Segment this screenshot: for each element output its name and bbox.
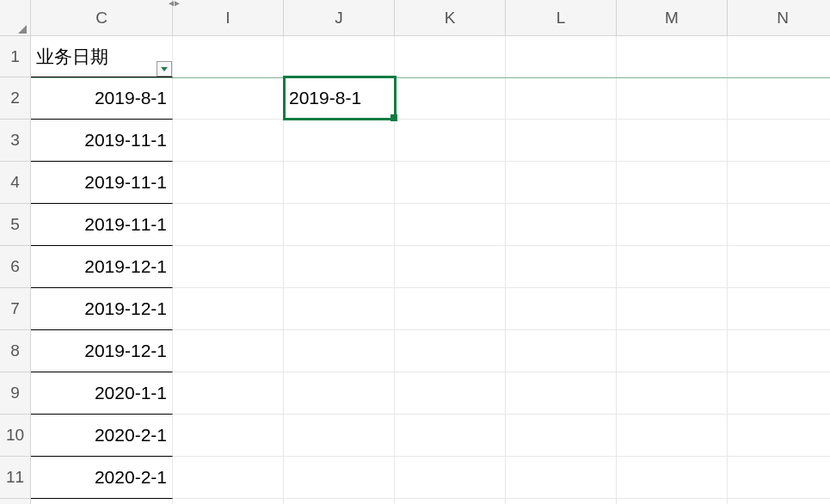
cell-n11[interactable] [728,457,830,499]
cell-m9[interactable] [617,372,728,415]
cell-m6[interactable] [617,246,728,288]
row-header-5[interactable]: 5 [0,204,31,246]
row-header-11[interactable]: 11 [0,457,31,499]
cell-m7[interactable] [617,288,728,330]
cell-j8[interactable] [284,330,395,372]
cell-i7[interactable] [173,288,284,330]
cell-k4[interactable] [395,162,506,204]
cell-c3[interactable]: 2019-11-1 [31,120,173,162]
filter-dropdown-icon[interactable] [157,61,172,77]
cell-n6[interactable] [728,246,830,288]
cell-j2[interactable]: 2019-8-1 [284,77,395,120]
cell-c10[interactable]: 2020-2-1 [31,415,173,457]
row-header-2[interactable]: 2 [0,77,31,120]
cell-m12[interactable] [617,499,728,504]
cell-k9[interactable] [395,372,506,415]
cell-m5[interactable] [617,204,728,246]
col-header-k[interactable]: K [395,0,506,36]
col-header-l[interactable]: L [506,0,617,36]
col-header-j[interactable]: J [284,0,395,36]
cell-i10[interactable] [173,415,284,457]
cell-c5[interactable]: 2019-11-1 [31,204,173,246]
col-header-i[interactable]: ◄► I [173,0,284,36]
row-header-9[interactable]: 9 [0,372,31,415]
cell-i6[interactable] [173,246,284,288]
cell-k8[interactable] [395,330,506,372]
cell-n1[interactable] [728,36,830,77]
cell-j6[interactable] [284,246,395,288]
cell-m4[interactable] [617,162,728,204]
cell-j10[interactable] [284,415,395,457]
cell-l10[interactable] [506,415,617,457]
cell-m11[interactable] [617,457,728,499]
row-header-10[interactable]: 10 [0,415,31,457]
cell-m1[interactable] [617,36,728,77]
cell-l8[interactable] [506,330,617,372]
row-header-8[interactable]: 8 [0,330,31,372]
cell-c12[interactable]: 2020-3-1 [31,499,173,504]
cell-i5[interactable] [173,204,284,246]
row-header-12[interactable]: 12 [0,499,31,504]
cell-n2[interactable] [728,77,830,120]
cell-n10[interactable] [728,415,830,457]
cell-k10[interactable] [395,415,506,457]
cell-k1[interactable] [395,36,506,77]
cell-c8[interactable]: 2019-12-1 [31,330,173,372]
cell-j11[interactable] [284,457,395,499]
cell-k2[interactable] [395,77,506,120]
cell-j5[interactable] [284,204,395,246]
cell-i12[interactable] [173,499,284,504]
cell-j3[interactable] [284,120,395,162]
col-header-c[interactable]: C [31,0,173,36]
cell-m3[interactable] [617,120,728,162]
cell-l3[interactable] [506,120,617,162]
cell-i9[interactable] [173,372,284,415]
cell-l7[interactable] [506,288,617,330]
cell-m10[interactable] [617,415,728,457]
cell-j9[interactable] [284,372,395,415]
col-header-n[interactable]: N [728,0,830,36]
row-header-3[interactable]: 3 [0,120,31,162]
cell-l4[interactable] [506,162,617,204]
cell-k3[interactable] [395,120,506,162]
cell-k7[interactable] [395,288,506,330]
cell-l6[interactable] [506,246,617,288]
cell-c11[interactable]: 2020-2-1 [31,457,173,499]
cell-c6[interactable]: 2019-12-1 [31,246,173,288]
cell-n3[interactable] [728,120,830,162]
cell-k6[interactable] [395,246,506,288]
cell-n9[interactable] [728,372,830,415]
cell-c2[interactable]: 2019-8-1 [31,77,173,120]
cell-n7[interactable] [728,288,830,330]
cell-n8[interactable] [728,330,830,372]
row-header-6[interactable]: 6 [0,246,31,288]
cell-c9[interactable]: 2020-1-1 [31,372,173,415]
row-header-4[interactable]: 4 [0,162,31,204]
row-header-1[interactable]: 1 [0,36,31,77]
cell-k12[interactable] [395,499,506,504]
cell-n12[interactable] [728,499,830,504]
cell-i3[interactable] [173,120,284,162]
cell-j4[interactable] [284,162,395,204]
cell-c1[interactable]: 业务日期 [31,36,173,77]
cell-l1[interactable] [506,36,617,77]
cell-k11[interactable] [395,457,506,499]
cell-j7[interactable] [284,288,395,330]
cell-i8[interactable] [173,330,284,372]
cell-c7[interactable]: 2019-12-1 [31,288,173,330]
hidden-columns-marker-icon[interactable]: ◄► [167,0,179,7]
cell-l11[interactable] [506,457,617,499]
cell-l9[interactable] [506,372,617,415]
cell-j12[interactable] [284,499,395,504]
col-header-m[interactable]: M [617,0,728,36]
cell-k5[interactable] [395,204,506,246]
cell-i2[interactable] [173,77,284,120]
cell-n4[interactable] [728,162,830,204]
cell-c4[interactable]: 2019-11-1 [31,162,173,204]
cell-l5[interactable] [506,204,617,246]
cell-j1[interactable] [284,36,395,77]
cell-l2[interactable] [506,77,617,120]
row-header-7[interactable]: 7 [0,288,31,330]
cell-m8[interactable] [617,330,728,372]
cell-i1[interactable] [173,36,284,77]
